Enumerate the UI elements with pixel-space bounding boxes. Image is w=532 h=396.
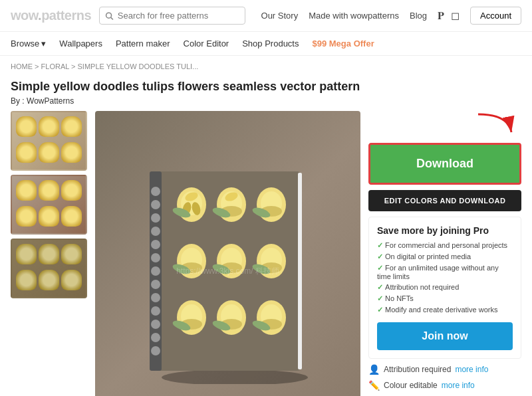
subnav: Browse ▾ Wallpapers Pattern maker Color … xyxy=(0,32,532,56)
attribution-label: Attribution required xyxy=(384,365,451,374)
pro-feature-1: For commercial and personal projects xyxy=(377,241,513,250)
breadcrumb-current: SIMPLE YELLOW DOODLES TULI... xyxy=(77,62,198,70)
browse-dropdown[interactable]: Browse ▾ xyxy=(11,39,46,49)
svg-point-12 xyxy=(151,280,160,289)
colour-label: Colour editable xyxy=(384,381,438,390)
attribution-more-info-link[interactable]: more info xyxy=(455,365,488,374)
pro-feature-4: Attribution not required xyxy=(377,283,513,292)
breadcrumb-sep1: > xyxy=(35,62,41,70)
our-story-link[interactable]: Our Story xyxy=(261,11,299,21)
header: wow.patterns Our Story Made with wowpatt… xyxy=(0,0,532,32)
blog-link[interactable]: Blog xyxy=(410,11,427,21)
svg-point-10 xyxy=(151,253,160,262)
edit-icon: ✏️ xyxy=(368,380,380,391)
svg-point-8 xyxy=(151,227,160,236)
breadcrumb: HOME > FLORAL > SIMPLE YELLOW DOODLES TU… xyxy=(0,56,532,77)
info-list: 👤 Attribution required more info ✏️ Colo… xyxy=(368,364,521,396)
svg-point-7 xyxy=(151,213,160,223)
instagram-icon[interactable]: ◻ xyxy=(451,9,460,22)
attribution-info: 👤 Attribution required more info xyxy=(368,364,521,375)
download-button[interactable]: Download xyxy=(368,143,521,185)
header-icons: 𝐏 ◻ xyxy=(438,9,460,22)
pro-feature-6: Modify and create derivative works xyxy=(377,306,513,314)
svg-point-15 xyxy=(151,320,160,329)
logo-text: wow.patterns xyxy=(11,8,91,23)
search-input[interactable] xyxy=(118,11,239,21)
svg-point-16 xyxy=(151,333,160,342)
svg-point-14 xyxy=(151,306,160,316)
pro-features-list: For commercial and personal projects On … xyxy=(377,241,513,314)
person-icon: 👤 xyxy=(368,364,380,375)
thumbnail-2[interactable] xyxy=(11,175,87,235)
colour-info: ✏️ Colour editable more info xyxy=(368,380,521,391)
colour-more-info-link[interactable]: more info xyxy=(442,381,475,390)
thumbnail-3[interactable] xyxy=(11,239,87,298)
svg-line-1 xyxy=(111,17,113,19)
pro-feature-5: No NFTs xyxy=(377,294,513,303)
pro-box: Save more by joining Pro For commercial … xyxy=(368,217,521,359)
join-now-button[interactable]: Join now xyxy=(377,322,513,350)
product-illustration xyxy=(135,158,321,384)
svg-point-0 xyxy=(106,13,112,18)
svg-point-5 xyxy=(151,187,160,196)
svg-point-11 xyxy=(151,266,160,276)
shop-products-link[interactable]: Shop Products xyxy=(242,39,299,49)
svg-point-9 xyxy=(151,240,160,249)
breadcrumb-floral[interactable]: FLORAL xyxy=(41,62,69,70)
svg-rect-57 xyxy=(298,173,302,369)
arrow-area xyxy=(368,111,521,138)
color-editor-link[interactable]: Color Editor xyxy=(184,39,229,49)
main-product-image: https://www.3kjs.com/ 科技师 xyxy=(95,111,360,396)
search-icon xyxy=(105,11,114,21)
right-panel: Download EDIT COLORS AND DOWNLOAD Save m… xyxy=(368,111,521,396)
pro-feature-3: For an unlimited usage without any time … xyxy=(377,264,513,280)
edit-colors-button[interactable]: EDIT COLORS AND DOWNLOAD xyxy=(368,190,521,211)
pro-box-title: Save more by joining Pro xyxy=(377,225,513,236)
svg-point-17 xyxy=(151,346,160,355)
made-with-link[interactable]: Made with wowpatterns xyxy=(309,11,399,21)
search-bar[interactable] xyxy=(99,7,245,25)
account-button[interactable]: Account xyxy=(470,7,521,25)
header-nav: Our Story Made with wowpatterns Blog 𝐏 ◻… xyxy=(261,7,521,25)
logo[interactable]: wow.patterns xyxy=(11,8,91,23)
pro-feature-2: On digital or printed media xyxy=(377,252,513,261)
pinterest-icon[interactable]: 𝐏 xyxy=(438,10,444,22)
red-arrow-icon xyxy=(475,111,515,138)
svg-point-2 xyxy=(162,369,308,384)
page-author: By : WowPatterns xyxy=(0,95,532,111)
wallpapers-link[interactable]: Wallpapers xyxy=(59,39,102,49)
svg-point-13 xyxy=(151,293,160,302)
svg-point-6 xyxy=(151,200,160,209)
author-name: WowPatterns xyxy=(27,96,74,106)
thumbnail-list xyxy=(11,111,87,396)
thumbnail-1[interactable] xyxy=(11,111,87,171)
pattern-maker-link[interactable]: Pattern maker xyxy=(116,39,170,49)
main-area: https://www.3kjs.com/ 科技师 Download EDIT … xyxy=(0,111,532,396)
chevron-down-icon: ▾ xyxy=(41,39,46,49)
page-title: Simple yellow doodles tulips flowers sea… xyxy=(0,77,532,95)
breadcrumb-home[interactable]: HOME xyxy=(11,62,33,70)
mega-offer-link[interactable]: $99 Mega Offer xyxy=(312,39,374,49)
